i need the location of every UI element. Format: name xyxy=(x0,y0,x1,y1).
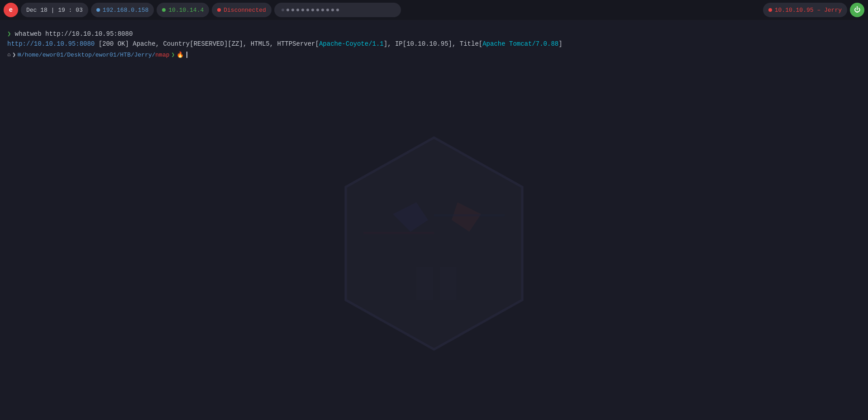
svg-marker-1 xyxy=(393,202,428,232)
home-icon: ⌂ xyxy=(7,52,10,58)
svg-rect-3 xyxy=(416,267,433,300)
datetime-label: Dec 18 | 19 : 03 xyxy=(26,7,83,14)
vpn-ip-label: 10.10.14.4 xyxy=(168,7,204,14)
topbar: e Dec 18 | 19 : 03 192.168.0.158 10.10.1… xyxy=(0,0,868,20)
dot-4 xyxy=(296,9,299,11)
vpn-ip-button[interactable]: 10.10.14.4 xyxy=(157,3,209,17)
command-text: whatweb http://10.10.10.95:8080 xyxy=(15,30,133,38)
dot-3 xyxy=(291,9,294,11)
dot-1 xyxy=(281,9,284,11)
path-sep-1: ❯ xyxy=(12,51,16,58)
prompt-arrow: ❯ xyxy=(7,30,15,38)
power-button[interactable]: ⏻ xyxy=(850,3,864,17)
app-logo[interactable]: e xyxy=(4,3,18,17)
svg-rect-5 xyxy=(363,232,434,234)
disconnected-status-dot xyxy=(217,8,221,12)
terminal-output-line: http://10.10.10.95:8080 [200 OK] Apache,… xyxy=(7,39,861,49)
path-folder: ⊞/home/ewor01/Desktop/ewor01/HTB/Jerry/n… xyxy=(18,51,170,58)
local-ip-button[interactable]: 192.168.0.158 xyxy=(91,3,154,17)
dot-7 xyxy=(311,9,314,11)
svg-marker-0 xyxy=(346,138,522,349)
dot-12 xyxy=(336,9,339,11)
disconnected-label: Disconnected xyxy=(224,7,266,14)
path-nmap: nmap xyxy=(155,52,169,58)
datetime-button[interactable]: Dec 18 | 19 : 03 xyxy=(21,3,88,17)
cursor-blink xyxy=(186,52,187,58)
logo-label: e xyxy=(9,6,13,14)
dot-2 xyxy=(286,9,289,11)
dot-indicators xyxy=(274,3,401,17)
output-mid: ], IP[10.10.10.95], Title[ xyxy=(384,40,482,48)
local-ip-label: 192.168.0.158 xyxy=(103,7,148,14)
dot-8 xyxy=(316,9,319,11)
target-button[interactable]: 10.10.10.95 – Jerry xyxy=(763,3,847,17)
path-fire-icon: 🔥 xyxy=(176,51,184,58)
output-title: Apache Tomcat/7.0.88 xyxy=(482,40,558,48)
dot-6 xyxy=(306,9,309,11)
terminal-command-line: ❯ whatweb http://10.10.10.95:8080 xyxy=(7,29,861,39)
terminal[interactable]: ❯ whatweb http://10.10.10.95:8080 http:/… xyxy=(0,20,868,420)
output-end: ] xyxy=(558,40,562,48)
disconnected-button[interactable]: Disconnected xyxy=(212,3,272,17)
dot-9 xyxy=(321,9,324,11)
output-status: [200 OK] Apache, Country[RESERVED][ZZ], … xyxy=(99,40,319,48)
power-icon: ⏻ xyxy=(854,6,860,14)
vpn-ip-status-dot xyxy=(162,8,166,12)
dot-11 xyxy=(331,9,334,11)
bg-watermark xyxy=(316,126,552,361)
dot-10 xyxy=(326,9,329,11)
dot-5 xyxy=(301,9,304,11)
svg-rect-6 xyxy=(434,214,505,216)
target-status-dot xyxy=(768,8,772,12)
terminal-path-line: ⌂ ❯ ⊞/home/ewor01/Desktop/ewor01/HTB/Jer… xyxy=(7,51,861,58)
svg-marker-2 xyxy=(452,202,481,232)
output-server: Apache-Coyote/1.1 xyxy=(319,40,384,48)
local-ip-status-dot xyxy=(96,8,100,12)
path-arrow: ❯ xyxy=(172,51,175,58)
output-url: http://10.10.10.95:8080 xyxy=(7,40,95,48)
svg-rect-4 xyxy=(440,267,456,300)
target-label: 10.10.10.95 – Jerry xyxy=(775,7,842,14)
